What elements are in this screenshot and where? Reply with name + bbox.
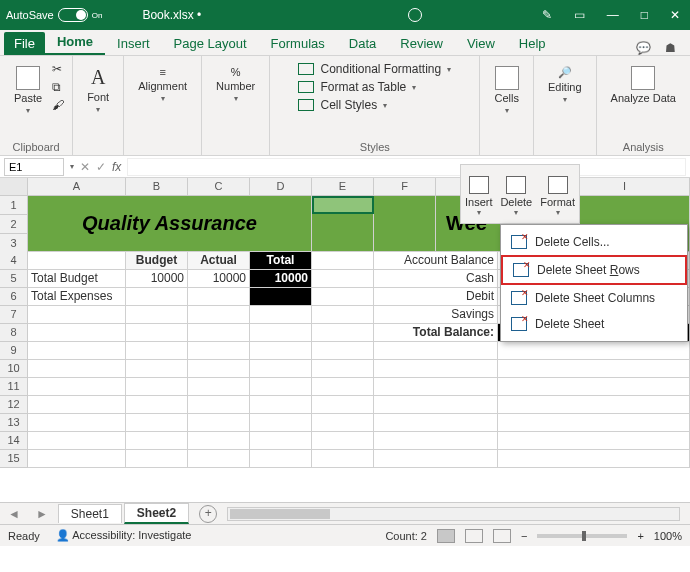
close-icon[interactable]: ✕ [670, 8, 680, 22]
rowhead-4[interactable]: 4 [0, 252, 28, 270]
zoom-in[interactable]: + [637, 530, 643, 542]
zoom-slider[interactable] [537, 534, 627, 538]
format-painter-icon[interactable]: 🖌 [52, 98, 64, 112]
filename[interactable]: Book.xlsx • [142, 8, 201, 22]
group-number: % Number▾ [202, 56, 270, 155]
paste-button[interactable]: Paste▾ [8, 62, 48, 119]
total-expenses[interactable]: Total Expenses [28, 288, 126, 306]
tab-data[interactable]: Data [337, 32, 388, 55]
colhead-A[interactable]: A [28, 178, 126, 195]
qa-title-cell[interactable]: Quality Assurance [28, 196, 312, 252]
colhead-D[interactable]: D [250, 178, 312, 195]
page-break-view[interactable] [493, 529, 511, 543]
cells-button[interactable]: Cells▾ [488, 62, 524, 119]
cut-icon[interactable]: ✂ [52, 62, 64, 76]
formula-bar: ▾ ✕ ✓ fx [0, 156, 690, 178]
number-button[interactable]: % Number▾ [210, 62, 261, 107]
rowhead-10[interactable]: 10 [0, 360, 28, 378]
insert-button[interactable]: Insert▾ [465, 176, 493, 217]
acct-balance[interactable]: Account Balance [374, 252, 498, 270]
cell-B5[interactable]: 10000 [126, 270, 188, 288]
maximize-icon[interactable]: □ [641, 8, 648, 22]
delete-button[interactable]: Delete▾ [500, 176, 532, 217]
analyze-data-button[interactable]: Analyze Data [605, 62, 682, 108]
minimize-icon[interactable]: — [607, 8, 619, 22]
colhead-F[interactable]: F [374, 178, 436, 195]
tab-home[interactable]: Home [45, 30, 105, 55]
page-layout-view[interactable] [465, 529, 483, 543]
analyze-icon [631, 66, 655, 90]
total-balance-label[interactable]: Total Balance: [374, 324, 498, 342]
hdr-total[interactable]: Total [250, 252, 312, 270]
tab-help[interactable]: Help [507, 32, 558, 55]
delete-sheet-rows[interactable]: Delete Sheet Rows [501, 255, 687, 285]
cell-styles[interactable]: Cell Styles ▾ [298, 98, 451, 112]
tab-review[interactable]: Review [388, 32, 455, 55]
cell-C5[interactable]: 10000 [188, 270, 250, 288]
name-box-dd[interactable]: ▾ [70, 162, 74, 171]
rowhead-5[interactable]: 5 [0, 270, 28, 288]
sheet-tab-1[interactable]: Sheet1 [58, 504, 122, 523]
colhead-C[interactable]: C [188, 178, 250, 195]
format-as-table[interactable]: Format as Table ▾ [298, 80, 451, 94]
name-box[interactable] [4, 158, 64, 176]
formula-input[interactable] [127, 158, 686, 176]
format-button[interactable]: Format▾ [540, 176, 575, 217]
add-sheet[interactable]: + [199, 505, 217, 523]
colhead-B[interactable]: B [126, 178, 188, 195]
zoom-out[interactable]: − [521, 530, 527, 542]
rowhead-6[interactable]: 6 [0, 288, 28, 306]
editing-button[interactable]: 🔎 Editing▾ [542, 62, 588, 108]
tab-insert[interactable]: Insert [105, 32, 162, 55]
fx-icon[interactable]: fx [112, 160, 121, 174]
delete-sheet-columns[interactable]: Delete Sheet Columns [501, 285, 687, 311]
autosave-toggle[interactable]: AutoSave On [6, 8, 102, 22]
cell-D5[interactable]: 10000 [250, 270, 312, 288]
tab-formulas[interactable]: Formulas [259, 32, 337, 55]
pen-icon[interactable]: ✎ [542, 8, 552, 22]
cash[interactable]: Cash [374, 270, 498, 288]
rowhead-14[interactable]: 14 [0, 432, 28, 450]
alignment-button[interactable]: ≡ Alignment▾ [132, 62, 193, 107]
tab-file[interactable]: File [4, 32, 45, 55]
tab-view[interactable]: View [455, 32, 507, 55]
delete-cells[interactable]: Delete Cells... [501, 229, 687, 255]
rowhead-7[interactable]: 7 [0, 306, 28, 324]
tab-nav-left[interactable]: ◄ [0, 507, 28, 521]
ribbon-display-icon[interactable]: ▭ [574, 8, 585, 22]
savings[interactable]: Savings [374, 306, 498, 324]
colhead-E[interactable]: E [312, 178, 374, 195]
horizontal-scrollbar[interactable] [227, 507, 680, 521]
normal-view[interactable] [437, 529, 455, 543]
rowhead-13[interactable]: 13 [0, 414, 28, 432]
rowhead-1[interactable]: 1 [0, 196, 28, 215]
enter-icon[interactable]: ✓ [96, 160, 106, 174]
conditional-formatting[interactable]: Conditional Formatting ▾ [298, 62, 451, 76]
status-accessibility[interactable]: 👤 Accessibility: Investigate [56, 529, 192, 542]
selected-cell-E1[interactable] [312, 196, 374, 214]
rowhead-3[interactable]: 3 [0, 234, 28, 253]
rowhead-11[interactable]: 11 [0, 378, 28, 396]
select-all[interactable] [0, 178, 28, 195]
hdr-actual[interactable]: Actual [188, 252, 250, 270]
cancel-icon[interactable]: ✕ [80, 160, 90, 174]
font-icon: A [91, 66, 105, 89]
font-button[interactable]: A Font▾ [81, 62, 115, 118]
sheet-tab-2[interactable]: Sheet2 [124, 503, 189, 524]
delete-sheet[interactable]: Delete Sheet [501, 311, 687, 337]
tab-page-layout[interactable]: Page Layout [162, 32, 259, 55]
zoom-level[interactable]: 100% [654, 530, 682, 542]
rowhead-15[interactable]: 15 [0, 450, 28, 468]
total-budget[interactable]: Total Budget [28, 270, 126, 288]
rowhead-12[interactable]: 12 [0, 396, 28, 414]
search-icon[interactable] [408, 8, 422, 22]
copy-icon[interactable]: ⧉ [52, 80, 64, 94]
hdr-budget[interactable]: Budget [126, 252, 188, 270]
tab-nav-right[interactable]: ► [28, 507, 56, 521]
rowhead-8[interactable]: 8 [0, 324, 28, 342]
rowhead-2[interactable]: 2 [0, 215, 28, 234]
debit[interactable]: Debit [374, 288, 498, 306]
rowhead-9[interactable]: 9 [0, 342, 28, 360]
share-icon[interactable]: ☗ [665, 41, 676, 55]
comments-icon[interactable]: 💬 [636, 41, 651, 55]
